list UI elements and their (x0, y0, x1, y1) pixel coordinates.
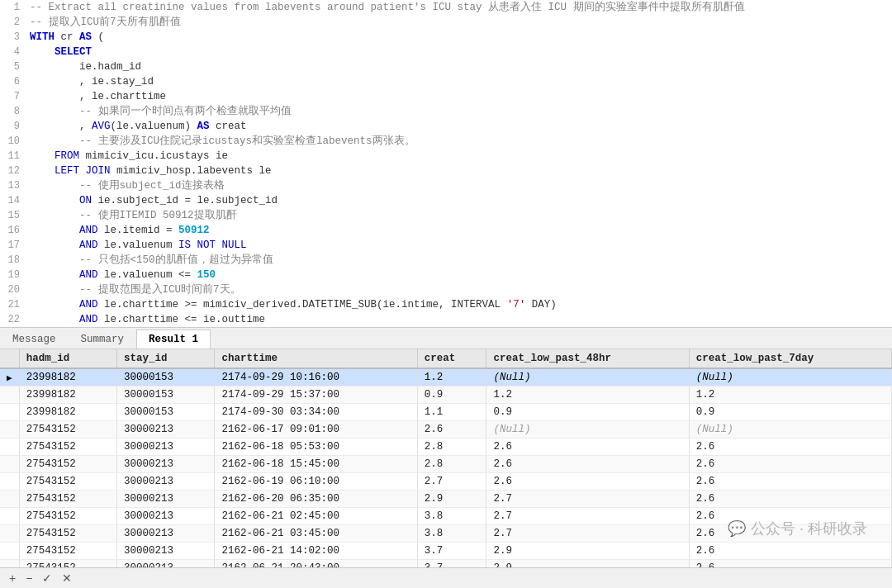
table-row[interactable]: 27543152300002132162-06-17 09:01:002.6(N… (0, 421, 892, 439)
line-content: ie.hadm_id (26, 59, 892, 74)
line-number: 15 (0, 208, 26, 223)
table-cell: 2.8 (417, 456, 486, 473)
line-content: SELECT (26, 45, 892, 59)
code-line: 16 AND le.itemid = 50912 (0, 223, 892, 238)
table-cell: 1.1 (417, 404, 486, 421)
col-header-creat_low_past_48hr: creat_low_past_48hr (486, 349, 689, 368)
table-cell: 2.6 (486, 473, 689, 491)
code-line: 19 AND le.valuenum <= 150 (0, 268, 892, 282)
table-cell: 30000153 (117, 404, 215, 421)
table-row[interactable]: 27543152300002132162-06-21 20:43:003.72.… (0, 560, 892, 568)
table-cell: 27543152 (19, 456, 116, 473)
tab-result-1[interactable]: Result 1 (136, 330, 211, 349)
table-cell: 30000213 (117, 508, 215, 525)
line-number: 8 (0, 104, 26, 119)
table-cell: 0.9 (417, 386, 486, 404)
table-cell: 2162-06-19 06:10:00 (215, 473, 417, 491)
table-row[interactable]: 27543152300002132162-06-20 06:35:002.92.… (0, 491, 892, 508)
code-line: 1-- Extract all creatinine values from l… (0, 0, 892, 15)
line-number: 4 (0, 45, 26, 59)
code-line: 13 -- 使用subject_id连接表格 (0, 178, 892, 193)
line-number: 9 (0, 119, 26, 134)
table-cell: (Null) (486, 421, 689, 439)
line-content: AND le.itemid = 50912 (26, 223, 892, 238)
table-cell: 2.9 (486, 560, 689, 568)
line-content: -- Extract all creatinine values from la… (26, 0, 892, 15)
code-line: 21 AND le.charttime >= mimiciv_derived.D… (0, 297, 892, 312)
table-cell: 0.9 (689, 404, 891, 421)
cancel-button[interactable]: ✕ (59, 571, 74, 586)
line-content: ON ie.subject_id = le.subject_id (26, 193, 892, 208)
result-table: hadm_idstay_idcharttimecreatcreat_low_pa… (0, 349, 892, 567)
code-line: 22 AND le.charttime <= ie.outtime (0, 312, 892, 327)
line-content: , AVG(le.valuenum) AS creat (26, 119, 892, 134)
table-row[interactable]: 27543152300002132162-06-21 14:02:003.72.… (0, 543, 892, 560)
table-cell: 3.7 (417, 560, 486, 568)
table-cell: 2162-06-20 06:35:00 (215, 491, 417, 508)
table-row[interactable]: 27543152300002132162-06-19 06:10:002.72.… (0, 473, 892, 491)
row-indicator (0, 508, 19, 525)
table-row[interactable]: 27543152300002132162-06-21 02:45:003.82.… (0, 508, 892, 525)
table-cell: 27543152 (19, 439, 116, 456)
code-editor: 1-- Extract all creatinine values from l… (0, 0, 892, 328)
col-header-creat: creat (417, 349, 486, 368)
table-row[interactable]: ▶23998182300001532174-09-29 10:16:001.2(… (0, 368, 892, 386)
table-cell: 27543152 (19, 473, 116, 491)
remove-button[interactable]: − (23, 571, 35, 586)
line-number: 16 (0, 223, 26, 238)
code-line: 11 FROM mimiciv_icu.icustays ie (0, 149, 892, 164)
line-content: AND le.charttime >= mimiciv_derived.DATE… (26, 297, 892, 312)
line-number: 14 (0, 193, 26, 208)
code-line: 9 , AVG(le.valuenum) AS creat (0, 119, 892, 134)
code-line: 14 ON ie.subject_id = le.subject_id (0, 193, 892, 208)
table-cell: 30000153 (117, 386, 215, 404)
confirm-button[interactable]: ✓ (40, 571, 55, 586)
line-number: 22 (0, 312, 26, 327)
col-header-creat_low_past_7day: creat_low_past_7day (689, 349, 891, 368)
row-indicator (0, 543, 19, 560)
row-indicator: ▶ (0, 368, 19, 386)
line-content: -- 主要涉及ICU住院记录icustays和实验室检查labevents两张表… (26, 134, 892, 149)
table-cell: 30000213 (117, 491, 215, 508)
line-content: AND le.valuenum IS NOT NULL (26, 238, 892, 253)
table-cell: 2.6 (689, 543, 891, 560)
row-indicator (0, 456, 19, 473)
tab-message[interactable]: Message (0, 330, 69, 349)
row-indicator (0, 491, 19, 508)
line-number: 19 (0, 268, 26, 282)
table-cell: 2.6 (689, 473, 891, 491)
table-cell: 27543152 (19, 491, 116, 508)
code-line: 4 SELECT (0, 45, 892, 59)
table-row[interactable]: 23998182300001532174-09-30 03:34:001.10.… (0, 404, 892, 421)
table-cell: 2174-09-29 10:16:00 (215, 368, 417, 386)
table-cell: 30000213 (117, 421, 215, 439)
add-button[interactable]: + (7, 571, 18, 586)
line-number: 13 (0, 178, 26, 193)
line-number: 18 (0, 253, 26, 268)
table-cell: 30000213 (117, 560, 215, 568)
tab-summary[interactable]: Summary (69, 330, 137, 349)
table-row[interactable]: 27543152300002132162-06-18 05:53:002.82.… (0, 439, 892, 456)
table-cell: 3.8 (417, 508, 486, 525)
table-cell: 27543152 (19, 421, 116, 439)
table-cell: (Null) (689, 421, 891, 439)
line-number: 7 (0, 89, 26, 104)
table-cell: 2162-06-18 15:45:00 (215, 456, 417, 473)
table-cell: 2.9 (486, 543, 689, 560)
line-number: 17 (0, 238, 26, 253)
table-cell: 27543152 (19, 560, 116, 568)
code-line: 20 -- 提取范围是入ICU时间前7天。 (0, 282, 892, 297)
line-number: 11 (0, 149, 26, 164)
table-row[interactable]: 27543152300002132162-06-21 03:45:003.82.… (0, 525, 892, 543)
result-area[interactable]: hadm_idstay_idcharttimecreatcreat_low_pa… (0, 349, 892, 567)
table-cell: 2162-06-18 05:53:00 (215, 439, 417, 456)
row-indicator (0, 473, 19, 491)
code-line: 10 -- 主要涉及ICU住院记录icustays和实验室检查labevents… (0, 134, 892, 149)
col-header-charttime: charttime (215, 349, 417, 368)
table-row[interactable]: 23998182300001532174-09-29 15:37:000.91.… (0, 386, 892, 404)
table-cell: (Null) (689, 368, 891, 386)
table-cell: 1.2 (417, 368, 486, 386)
table-cell: 27543152 (19, 525, 116, 543)
code-line: 12 LEFT JOIN mimiciv_hosp.labevents le (0, 164, 892, 178)
table-row[interactable]: 27543152300002132162-06-18 15:45:002.82.… (0, 456, 892, 473)
